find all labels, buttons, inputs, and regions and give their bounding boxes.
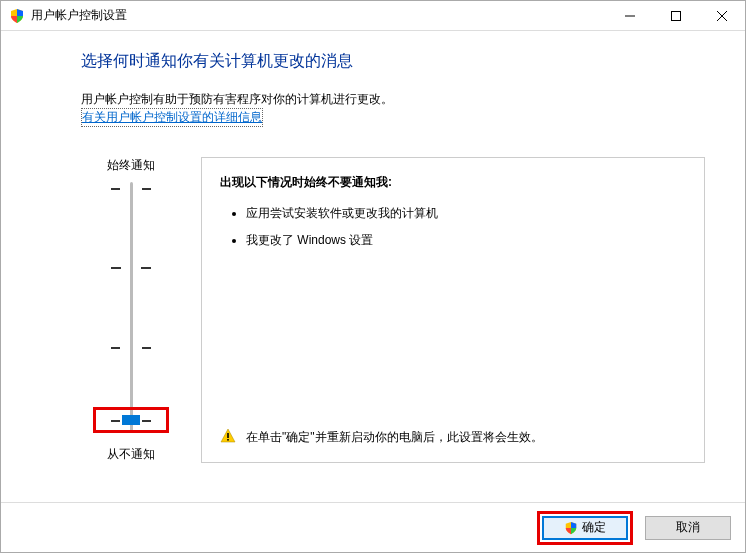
window-controls: [607, 1, 745, 31]
footer: 确定 取消: [1, 502, 745, 552]
description-text: 用户帐户控制有助于预防有害程序对你的计算机进行更改。: [81, 90, 705, 108]
warning-text: 在单击"确定"并重新启动你的电脑后，此设置将会生效。: [246, 428, 543, 446]
svg-rect-4: [227, 433, 229, 438]
svg-rect-1: [672, 11, 681, 20]
warning-icon: [220, 428, 236, 444]
help-link[interactable]: 有关用户帐户控制设置的详细信息: [81, 108, 263, 127]
close-button[interactable]: [699, 1, 745, 31]
titlebar: 用户帐户控制设置: [1, 1, 745, 31]
slider-thumb[interactable]: [122, 415, 140, 425]
window-title: 用户帐户控制设置: [31, 7, 607, 24]
minimize-button[interactable]: [607, 1, 653, 31]
highlight-annotation: 确定: [537, 511, 633, 545]
slider-column: 始终通知 从不通知: [81, 157, 181, 463]
list-item: 应用尝试安装软件或更改我的计算机: [246, 205, 686, 222]
page-heading: 选择何时通知你有关计算机更改的消息: [81, 51, 705, 72]
cancel-button[interactable]: 取消: [645, 516, 731, 540]
notification-slider[interactable]: [130, 182, 133, 432]
ok-button-label: 确定: [582, 519, 606, 536]
ok-button[interactable]: 确定: [542, 516, 628, 540]
list-item: 我更改了 Windows 设置: [246, 232, 686, 249]
slider-bottom-label: 从不通知: [107, 446, 155, 463]
maximize-button[interactable]: [653, 1, 699, 31]
cancel-button-label: 取消: [676, 519, 700, 536]
panel-title: 出现以下情况时始终不要通知我:: [220, 174, 686, 191]
warning-row: 在单击"确定"并重新启动你的电脑后，此设置将会生效。: [220, 418, 686, 446]
info-panel: 出现以下情况时始终不要通知我: 应用尝试安装软件或更改我的计算机 我更改了 Wi…: [201, 157, 705, 463]
slider-top-label: 始终通知: [107, 157, 155, 174]
shield-icon: [564, 521, 578, 535]
svg-rect-5: [227, 439, 229, 441]
slider-area: 始终通知 从不通知 出现以下情况时始终不要通知我: 应用尝试安装软件或更改我的计…: [81, 157, 705, 463]
content: 选择何时通知你有关计算机更改的消息 用户帐户控制有助于预防有害程序对你的计算机进…: [1, 31, 745, 463]
panel-list: 应用尝试安装软件或更改我的计算机 我更改了 Windows 设置: [220, 205, 686, 259]
shield-icon: [9, 8, 25, 24]
